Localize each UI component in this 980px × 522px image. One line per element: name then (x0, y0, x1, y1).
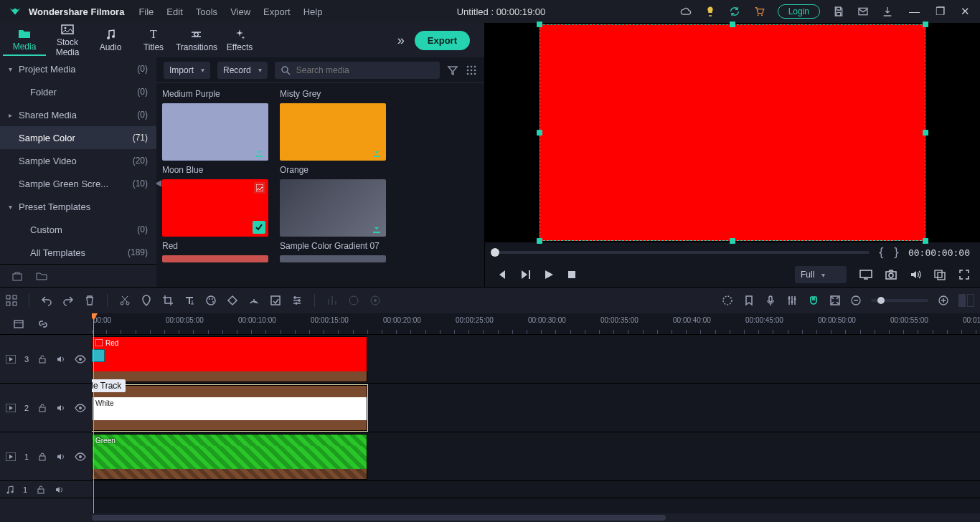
track-v2[interactable]: White (92, 384, 980, 432)
mark-out-icon[interactable]: } (893, 246, 900, 259)
menu-tools[interactable]: Tools (196, 6, 217, 17)
clip-green[interactable]: Green (92, 434, 367, 480)
compare-icon[interactable] (934, 269, 946, 280)
chevron-down-icon[interactable]: ▾ (6, 203, 14, 211)
thumb-red[interactable] (162, 179, 268, 237)
tab-effects[interactable]: Effects (218, 25, 261, 55)
tree-all-templates[interactable]: All Templates(189) (0, 241, 156, 264)
tab-media[interactable]: Media (3, 24, 46, 56)
tab-transitions[interactable]: Transitions (175, 25, 218, 55)
mark-in-icon[interactable]: { (878, 246, 885, 259)
playhead[interactable] (93, 313, 94, 513)
track-v1[interactable]: Green (92, 432, 980, 481)
login-button[interactable]: Login (778, 4, 820, 19)
menu-edit[interactable]: Edit (166, 6, 182, 17)
speed-icon[interactable] (248, 295, 260, 306)
thumb-extra-2[interactable] (280, 255, 386, 262)
new-bin-icon[interactable] (11, 270, 23, 282)
tree-sample-video[interactable]: Sample Video(20) (0, 149, 156, 172)
tree-folder[interactable]: Folder(0) (0, 80, 156, 103)
stop-icon[interactable] (567, 270, 577, 280)
audio-mixer-icon[interactable] (326, 295, 338, 306)
clip-white[interactable]: White (92, 385, 367, 431)
tree-sample-color[interactable]: Sample Color(71) (0, 126, 156, 149)
export-button[interactable]: Export (415, 31, 470, 50)
record-dropdown[interactable]: Record▾ (217, 62, 268, 79)
mail-icon[interactable] (857, 6, 869, 17)
resize-handle-bl[interactable] (537, 238, 542, 244)
greenscreen-icon[interactable] (270, 295, 281, 306)
undo-icon[interactable] (41, 295, 52, 306)
audio-enhance-icon[interactable] (369, 295, 381, 306)
search-media-box[interactable] (275, 62, 440, 79)
mute-icon[interactable] (56, 452, 66, 462)
mixer-icon[interactable] (786, 295, 798, 306)
time-ruler[interactable]: 00:0000:00:05:0000:00:10:0000:00:15:0000… (92, 313, 980, 335)
window-close-icon[interactable]: ✕ (961, 5, 970, 18)
text-tool-icon[interactable] (184, 295, 195, 306)
zoom-in-icon[interactable] (938, 295, 948, 305)
volume-icon[interactable] (910, 269, 921, 280)
lock-closed-icon[interactable] (37, 452, 47, 462)
search-input[interactable] (296, 65, 434, 75)
cloud-icon[interactable] (680, 6, 692, 17)
lock-icon[interactable] (37, 354, 47, 364)
timeline-horizontal-scrollbar[interactable] (0, 513, 980, 522)
display-icon[interactable] (859, 270, 872, 280)
track-options-icon[interactable] (13, 318, 24, 330)
fullscreen-icon[interactable] (958, 269, 970, 280)
chevron-right-icon[interactable]: ▸ (6, 111, 14, 119)
play-icon[interactable] (544, 270, 554, 280)
marker-icon[interactable] (141, 295, 152, 306)
resize-handle-br[interactable] (923, 238, 928, 244)
play-pause-icon[interactable] (519, 269, 531, 280)
marker-add-icon[interactable] (743, 295, 755, 306)
eye-icon[interactable] (75, 452, 86, 461)
crop-icon[interactable] (162, 295, 174, 306)
preview-quality-dropdown[interactable]: Full▾ (795, 266, 847, 283)
window-maximize-icon[interactable]: ❐ (936, 5, 945, 18)
track-v3[interactable]: Red (92, 335, 980, 384)
resize-handle-tl[interactable] (537, 22, 542, 27)
tree-shared-media[interactable]: ▸Shared Media(0) (0, 103, 156, 126)
resize-handle-mr[interactable] (923, 130, 928, 136)
refresh-update-icon[interactable] (729, 6, 740, 17)
preview-canvas[interactable] (540, 24, 925, 241)
magnetic-icon[interactable] (808, 295, 819, 306)
tree-preset-templates[interactable]: ▾Preset Templates (0, 195, 156, 218)
eye-icon[interactable] (75, 355, 86, 364)
download-icon[interactable] (882, 6, 893, 17)
redo-icon[interactable] (62, 295, 74, 306)
zoom-slider[interactable] (871, 299, 928, 302)
tab-titles[interactable]: T Titles (132, 25, 175, 55)
resize-handle-tm[interactable] (730, 22, 735, 27)
scroll-left-icon[interactable]: ◀ (156, 178, 161, 188)
voiceover-icon[interactable] (765, 295, 776, 306)
grid-view-icon[interactable] (466, 65, 477, 76)
import-dropdown[interactable]: Import▾ (164, 62, 210, 79)
new-folder-icon[interactable] (36, 270, 47, 282)
thumb-gradient-07[interactable] (280, 179, 386, 237)
audio-sync-icon[interactable] (348, 295, 359, 306)
menu-file[interactable]: File (138, 6, 154, 17)
scrollbar-thumb[interactable] (92, 515, 666, 521)
zoom-knob[interactable] (877, 297, 885, 304)
download-icon[interactable] (372, 148, 382, 158)
track-a1[interactable] (92, 481, 980, 498)
lock-icon[interactable] (36, 485, 46, 495)
menu-view[interactable]: View (230, 6, 250, 17)
resize-handle-bm[interactable] (730, 238, 735, 244)
keyframe-icon[interactable] (227, 295, 238, 306)
snapshot-icon[interactable] (885, 269, 897, 280)
delete-icon[interactable] (84, 295, 95, 306)
eye-icon[interactable] (75, 404, 86, 412)
thumb-orange[interactable] (280, 103, 386, 161)
more-tabs-icon[interactable]: » (397, 33, 405, 48)
shopping-cart-icon[interactable] (753, 6, 765, 17)
chevron-down-icon[interactable]: ▾ (6, 65, 14, 73)
window-minimize-icon[interactable]: — (909, 5, 920, 18)
adjust-icon[interactable] (291, 295, 303, 306)
menu-help[interactable]: Help (303, 6, 323, 17)
split-icon[interactable] (119, 295, 131, 306)
clip-red[interactable]: Red (92, 336, 367, 382)
